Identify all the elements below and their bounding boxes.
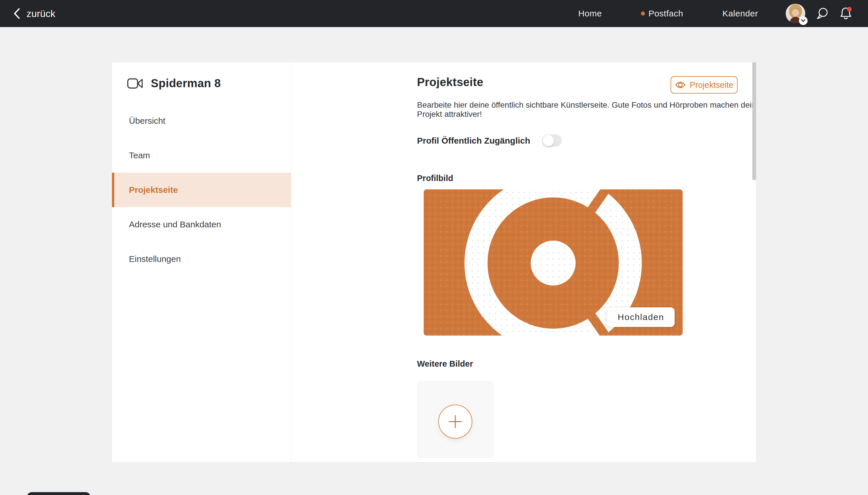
messages-button[interactable]	[816, 6, 830, 20]
bottom-left-widget[interactable]	[27, 492, 91, 495]
sidebar-item-adresse-bankdaten[interactable]: Adresse und Bankdaten	[112, 207, 291, 242]
nav-item-home[interactable]: Home	[578, 8, 602, 18]
add-image-tile[interactable]	[417, 381, 494, 458]
upload-button[interactable]: Hochladen	[607, 307, 675, 327]
sidebar-item-team[interactable]: Team	[112, 138, 291, 173]
sidebar-item-label: Einstellungen	[129, 254, 181, 264]
page: zurück Home Postfach Kalender	[0, 0, 868, 495]
profilbild-label: Profilbild	[417, 173, 453, 183]
sidebar-item-projektseite[interactable]: Projektseite	[112, 173, 291, 207]
project-card: Spiderman 8 Übersicht Team Projektseite …	[112, 63, 756, 462]
notification-badge	[847, 7, 852, 12]
profile-image-placeholder[interactable]: Hochladen	[424, 189, 683, 336]
top-navbar: zurück Home Postfach Kalender	[0, 0, 868, 27]
plus-icon	[448, 415, 462, 428]
visibility-toggle-row: Profil Öffentlich Zugänglich	[417, 134, 562, 147]
nav-item-postfach[interactable]: Postfach	[641, 8, 683, 18]
preview-projektseite-button[interactable]: Projektseite	[670, 76, 738, 93]
chevron-left-icon	[13, 8, 20, 19]
sidebar-item-label: Team	[129, 151, 150, 160]
sidebar-menu: Übersicht Team Projektseite Adresse und …	[112, 104, 291, 276]
page-description: Bearbeite hier deine öffentlich sichtbar…	[417, 100, 756, 119]
visibility-toggle-label: Profil Öffentlich Zugänglich	[417, 136, 530, 146]
project-sidebar: Spiderman 8 Übersicht Team Projektseite …	[112, 63, 291, 462]
sidebar-item-einstellungen[interactable]: Einstellungen	[112, 242, 291, 276]
chevron-down-icon	[800, 19, 806, 23]
avatar-chevron-badge	[799, 16, 807, 25]
project-title: Spiderman 8	[151, 77, 221, 90]
main-content: Projektseite Projektseite Bearbeite hier…	[291, 63, 756, 462]
navbar-right: Home Postfach Kalender	[578, 4, 868, 23]
nav-item-kalender[interactable]: Kalender	[722, 8, 758, 18]
chat-bubble-icon	[816, 6, 830, 20]
page-title: Projektseite	[417, 76, 483, 89]
user-menu[interactable]	[786, 4, 805, 23]
back-button[interactable]: zurück	[13, 8, 55, 19]
add-image-circle	[438, 405, 472, 439]
preview-button-label: Projektseite	[690, 80, 734, 90]
nav-item-postfach-label: Postfach	[648, 8, 683, 18]
notifications-button[interactable]	[840, 6, 852, 21]
sidebar-item-uebersicht[interactable]: Übersicht	[112, 104, 291, 138]
back-label: zurück	[27, 8, 55, 19]
bell-icon	[840, 6, 852, 21]
sidebar-item-label: Projektseite	[129, 185, 178, 195]
toggle-knob	[543, 135, 554, 146]
video-camera-icon	[127, 78, 143, 89]
card-scrollbar-thumb[interactable]	[752, 63, 756, 180]
visibility-toggle[interactable]	[542, 134, 562, 147]
sidebar-item-label: Übersicht	[129, 116, 166, 126]
sidebar-item-label: Adresse und Bankdaten	[129, 220, 221, 229]
eye-icon	[675, 81, 686, 89]
unread-dot-icon	[641, 12, 645, 16]
sidebar-header: Spiderman 8	[127, 77, 221, 90]
weitere-bilder-label: Weitere Bilder	[417, 359, 473, 369]
